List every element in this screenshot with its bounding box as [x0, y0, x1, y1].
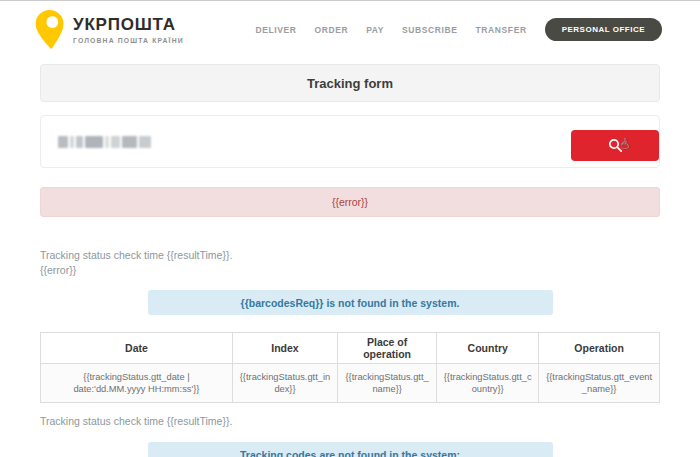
barcode-not-found-alert: {{barcodesReq}} is not found in the syst…	[148, 290, 553, 315]
main-nav: DELIVER ORDER PAY SUBSCRIBE TRANSFER	[255, 25, 526, 35]
cell-index: {{trackingStatus.gtt_index}}	[232, 364, 337, 403]
ukrposhta-logo[interactable]: УКРПОШТА ГОЛОВНА ПОШТА КРАЇНИ	[36, 9, 184, 50]
location-pin-icon	[35, 8, 66, 51]
nav-item-pay[interactable]: PAY	[366, 25, 384, 35]
page: УКРПОШТА ГОЛОВНА ПОШТА КРАЇНИ DELIVER OR…	[0, 0, 700, 457]
personal-office-button[interactable]: PERSONAL OFFICE	[545, 18, 662, 41]
main-content: Tracking form ☝ {{error}}	[0, 64, 700, 457]
header: УКРПОШТА ГОЛОВНА ПОШТА КРАЇНИ DELIVER OR…	[0, 1, 700, 58]
tracking-results-table: Date Index Place of operation Country Op…	[40, 332, 660, 403]
codes-not-found-text: Tracking codes are not found in the syst…	[240, 448, 460, 457]
search-icon	[608, 138, 623, 153]
nav-item-order[interactable]: ORDER	[315, 25, 349, 35]
column-header-country: Country	[437, 333, 539, 364]
logo-title: УКРПОШТА	[73, 15, 184, 35]
logo-subtitle: ГОЛОВНА ПОШТА КРАЇНИ	[73, 37, 184, 44]
table-header-row: Date Index Place of operation Country Op…	[41, 333, 660, 364]
codes-not-found-alert: Tracking codes are not found in the syst…	[148, 442, 553, 457]
column-header-index: Index	[232, 333, 337, 364]
logo-text: УКРПОШТА ГОЛОВНА ПОШТА КРАЇНИ	[73, 15, 184, 44]
status-check-time-2: Tracking status check time {{resultTime}…	[40, 415, 660, 427]
cell-country: {{trackingStatus.gtt_country}}	[437, 364, 539, 403]
column-header-place: Place of operation	[338, 333, 437, 364]
nav-item-deliver[interactable]: DELIVER	[255, 25, 296, 35]
cell-date: {{trackingStatus.gtt_date | date:'dd.MM.…	[41, 364, 233, 403]
cell-operation: {{trackingStatus.gtt_event_name}}	[539, 364, 660, 403]
status-error: {{error}}	[40, 263, 660, 278]
column-header-operation: Operation	[539, 333, 660, 364]
column-header-date: Date	[41, 333, 233, 364]
status-block: Tracking status check time {{resultTime}…	[40, 248, 660, 278]
nav-item-transfer[interactable]: TRANSFER	[476, 25, 527, 35]
cell-place: {{trackingStatus.gtt_name}}	[338, 364, 437, 403]
status-check-time: Tracking status check time {{resultTime}…	[40, 248, 660, 263]
tracking-form-title: Tracking form	[40, 64, 660, 102]
tracking-number-input[interactable]: ☝	[40, 115, 660, 168]
table-row: {{trackingStatus.gtt_date | date:'dd.MM.…	[41, 364, 660, 403]
error-alert: {{error}}	[40, 187, 660, 217]
nav-item-subscribe[interactable]: SUBSCRIBE	[402, 25, 457, 35]
redacted-tracking-number	[58, 136, 151, 148]
search-button[interactable]: ☝	[571, 130, 659, 161]
